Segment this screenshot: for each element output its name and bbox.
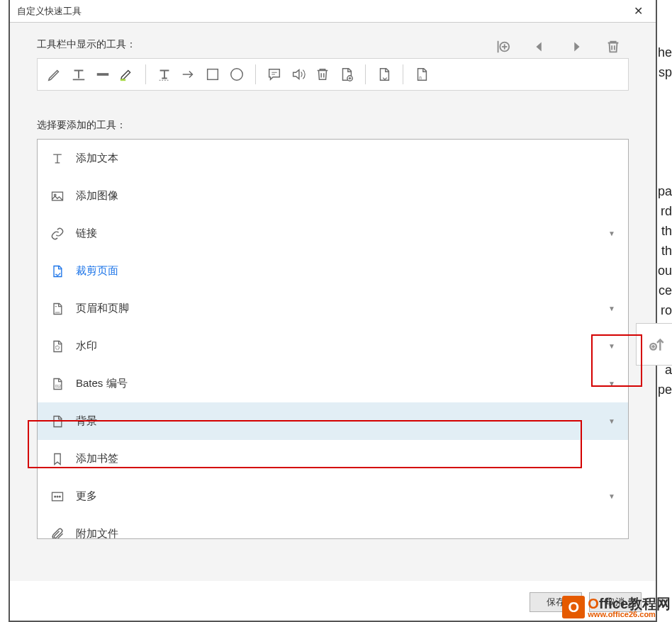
svg-rect-4 <box>97 73 109 76</box>
tool-item-watermark[interactable]: 水印 ▼ <box>38 327 628 365</box>
svg-rect-6 <box>208 69 218 80</box>
tool-item-background[interactable]: 背景 ▼ <box>38 402 628 440</box>
separator-icon <box>145 64 146 84</box>
circle-icon[interactable] <box>227 64 247 84</box>
watermark-icon: O <box>562 596 585 618</box>
chevron-down-icon: ▼ <box>608 417 615 425</box>
tool-label: 页眉和页脚 <box>76 302 597 315</box>
text-icon <box>50 152 65 166</box>
svg-text:012: 012 <box>55 384 62 388</box>
svg-point-15 <box>55 496 56 497</box>
svg-point-16 <box>57 496 58 497</box>
tool-label: 添加书签 <box>76 452 615 465</box>
add-to-toolbar-button[interactable] <box>636 323 672 366</box>
pencil-icon[interactable] <box>45 64 65 84</box>
tool-item-more[interactable]: 更多 ▼ <box>38 477 628 515</box>
tool-select-label: 选择要添加的工具： <box>37 119 629 132</box>
crop-page-icon <box>50 264 65 278</box>
tool-label: 水印 <box>76 339 597 353</box>
watermark-url: www.office26.com <box>588 611 671 618</box>
tool-label: Bates 编号 <box>76 377 597 390</box>
tool-label: 添加图像 <box>76 189 615 203</box>
square-icon[interactable] <box>203 64 223 84</box>
svg-text:n: n <box>419 75 422 80</box>
tool-label: 背景 <box>76 414 597 428</box>
page-icon <box>50 414 65 429</box>
page-add-icon[interactable] <box>337 64 357 84</box>
strikethrough-icon[interactable] <box>93 64 113 84</box>
tool-label: 添加文本 <box>76 152 615 165</box>
image-icon <box>50 189 65 203</box>
tool-item-crop-page[interactable]: 裁剪页面 <box>38 252 628 290</box>
tool-item-add-bookmark[interactable]: 添加书签 <box>38 440 628 477</box>
tool-item-bates[interactable]: 012 Bates 编号 ▼ <box>38 365 628 402</box>
tool-item-header-footer[interactable]: 页眉和页脚 ▼ <box>38 290 628 327</box>
link-icon <box>50 227 65 241</box>
current-toolbar: n <box>37 58 629 91</box>
more-icon <box>50 490 65 504</box>
tool-label: 裁剪页面 <box>76 264 615 278</box>
add-separator-button[interactable] <box>494 38 511 55</box>
toolbar-section-label: 工具栏中显示的工具： <box>37 38 494 51</box>
chevron-down-icon: ▼ <box>608 305 615 312</box>
svg-point-7 <box>231 69 243 81</box>
dialog-body: 工具栏中显示的工具： <box>10 23 656 581</box>
separator-icon <box>365 64 366 84</box>
text-typewriter-icon[interactable] <box>69 64 89 84</box>
titlebar: 自定义快速工具 ✕ <box>10 0 656 23</box>
dialog-title: 自定义快速工具 <box>17 5 82 18</box>
page-count-icon[interactable]: n <box>412 64 432 84</box>
dialog-footer: 保存 取消 <box>10 584 656 621</box>
tool-list[interactable]: 添加文本 添加图像 链接 ▼ 裁剪页面 <box>37 139 629 539</box>
highlighter-icon[interactable] <box>117 64 137 84</box>
chevron-down-icon: ▼ <box>608 380 615 388</box>
text-mark-icon[interactable] <box>155 64 174 84</box>
bates-icon: 012 <box>50 377 65 391</box>
svg-point-12 <box>56 346 60 349</box>
page-icon <box>50 302 65 316</box>
page-down-icon[interactable] <box>374 64 394 84</box>
move-left-button[interactable] <box>531 38 548 55</box>
move-right-button[interactable] <box>568 38 585 55</box>
chevron-down-icon: ▼ <box>608 492 615 500</box>
close-icon[interactable]: ✕ <box>628 1 649 21</box>
tool-item-add-text[interactable]: 添加文本 <box>38 140 628 177</box>
arrow-right-icon[interactable] <box>179 64 198 84</box>
attach-icon <box>50 527 65 540</box>
comment-icon[interactable] <box>264 64 284 84</box>
tool-item-link[interactable]: 链接 ▼ <box>38 215 628 252</box>
bookmark-icon <box>50 452 65 466</box>
watermark-icon <box>50 339 65 354</box>
tool-label: 附加文件 <box>76 527 615 539</box>
separator-icon <box>255 64 256 84</box>
tool-item-add-image[interactable]: 添加图像 <box>38 177 628 215</box>
chevron-down-icon: ▼ <box>608 342 615 350</box>
dialog: 自定义快速工具 ✕ 工具栏中显示的工具： <box>9 0 657 622</box>
tool-item-attach-file[interactable]: 附加文件 <box>38 515 628 539</box>
svg-rect-5 <box>121 79 125 81</box>
chevron-down-icon: ▼ <box>608 230 615 237</box>
trash-icon[interactable] <box>313 64 332 84</box>
svg-point-17 <box>60 496 61 497</box>
delete-button[interactable] <box>605 38 622 55</box>
separator-icon <box>403 64 403 84</box>
watermark-brand: Office教程网 <box>588 596 671 611</box>
tool-label: 链接 <box>76 227 597 240</box>
audio-comment-icon[interactable] <box>289 64 308 84</box>
tool-label: 更多 <box>76 490 597 503</box>
site-watermark: O Office教程网 www.office26.com <box>562 596 671 618</box>
